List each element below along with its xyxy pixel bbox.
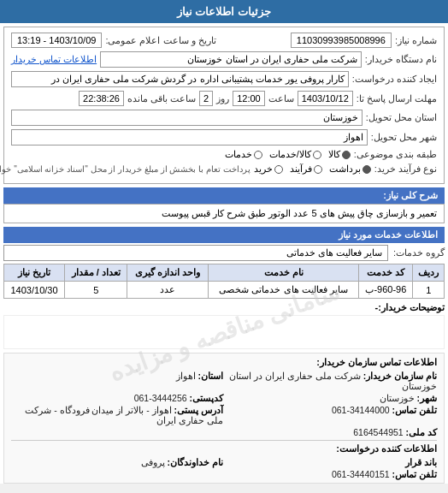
date-label: تاریخ و ساعت اعلام عمومی: (105, 35, 215, 46)
sharh-title: شرح کلی نیاز: (3, 187, 445, 204)
shmare-cell: شماره نیاز: 11030993985008996 (291, 33, 437, 48)
page-container: جزئیات اطلاعات نیاز شماره نیاز: 11030993… (0, 0, 448, 484)
col-tarikh: تاریخ نیاز (4, 264, 65, 282)
contact-postal-value: 3444256-061 (134, 393, 187, 403)
radio-khadamat-label: کالا/خدمات (269, 149, 311, 160)
grooh-value: سایر فعالیت های خدماتی (3, 245, 388, 261)
ostan-label: استان محل تحویل: (366, 112, 437, 123)
sharh-content: تعمیر و بازسازی چاق پیش های 5 عدد الوتور… (3, 204, 445, 223)
grooh-label: گروه خدمات: (393, 247, 445, 258)
contact-ostan-label: استان: (198, 371, 224, 381)
radio-kala-label: کالا (328, 149, 340, 160)
ersal-baghimande: 22:38:26 (79, 91, 124, 106)
roz-label: روز (216, 93, 229, 104)
col-radif: ردیف (413, 264, 445, 282)
col-vahed: واحد اندازه گیری (127, 264, 208, 282)
contact-buyer-title: اطلاعات تماس سازمان خریدار: (11, 357, 437, 368)
contact-requester-grid: باند قرار نام خداوندگان: پروفی تلفن تماس… (11, 457, 437, 479)
ostan-value: خوزستان (11, 110, 363, 126)
requester-khodavand: نام خداوندگان: پروفی (11, 457, 223, 467)
contact-name: نام سازمان خریدار: شرکت ملی حفاری ایران … (225, 371, 437, 391)
radio-kharid-icon (274, 165, 283, 174)
nowfarande-note: پرداخت تعام با بخشش از مبلغ خریدار از مح… (0, 164, 251, 174)
contact-shahr-label: شهر: (417, 393, 438, 403)
ostan-row: استان محل تحویل: خوزستان (11, 110, 437, 126)
radio-khadamat-icon (313, 151, 321, 159)
radio-khadamat2-icon (254, 151, 262, 159)
radio-faranide[interactable]: فرآیند (290, 163, 322, 175)
notes-area: سامانی مناقصه و مزایده (3, 315, 445, 349)
nowfarande-radio-group: برداشت فرآیند خرید (254, 163, 371, 175)
requester-tel: تلفن تماس: 34440151-061 (225, 469, 437, 479)
shmare-label: شماره نیاز: (395, 35, 437, 46)
requester-name: باند قرار (225, 457, 437, 467)
shmare-value: 11030993985008996 (291, 33, 392, 48)
contact-address: آدرس پستی: اهواز - بالاتر از میدان فرودگ… (11, 405, 223, 425)
maghza-link[interactable]: اطلاعات تماس خریدار (11, 54, 97, 65)
col-code: کد خدمت (359, 264, 413, 282)
table-row: 1960-96-بسایر فعالیت های خدماتی شخصیعدد5… (4, 282, 445, 299)
contact-ostan-value: اهواز (176, 371, 196, 381)
page-header: جزئیات اطلاعات نیاز (0, 0, 448, 23)
shahr-value: اهواز (11, 129, 368, 146)
radio-prdakht[interactable]: برداشت (329, 163, 371, 175)
ersal-roz: 2 (199, 91, 213, 106)
contact-code: کد ملی: 6164544951 (225, 427, 437, 437)
contact-divider (11, 440, 437, 441)
radio-prdakht-label: برداشت (329, 163, 361, 175)
contact-requester-title: اطلاعات کننده درخواست: (11, 443, 437, 454)
contact-ostan: استان: اهواز (11, 371, 223, 391)
ersal-saaat: 12:00 (233, 91, 265, 106)
radio-prdakht-icon (363, 165, 371, 174)
cell-name: سایر فعالیت های خدماتی شخصی (208, 282, 359, 299)
radio-kala-icon (342, 151, 351, 159)
maghza-label: نام دستگاه خریدار: (365, 54, 437, 65)
notes-label: توضیحات خریدار:- (3, 302, 445, 313)
maghza-value: شرکت ملی حفاری ایران در استان خوزستان (100, 51, 362, 68)
contact-shahr-value: خوزستان (380, 393, 415, 403)
requester-khodavand-value: پروفی (141, 457, 165, 467)
ijad-row: ایجاد کننده درخواست: کارار پروفی یور خدم… (11, 71, 437, 87)
ersal-row: مهلت ارسال پاسخ تا: 1403/10/12 ساعت 12:0… (11, 91, 437, 106)
requester-khodavand-label: نام خداوندگان: (168, 457, 223, 467)
contact-tel-label: تلفن تماس: (392, 405, 437, 415)
contact-code-value: 6164544951 (353, 427, 403, 437)
khadamat-section-title: اطلاعات خدمات مورد نیاز (3, 227, 445, 243)
ersal-date: 1403/10/12 (298, 91, 353, 106)
contact-tel: تلفن تماس: 34144000-061 (225, 405, 437, 425)
radio-khadamat2-label: خدمات (225, 149, 252, 160)
nowfarande-label: نوع فرآیند خرید: (374, 163, 437, 175)
contact-postal-label: کدپستی: (190, 393, 224, 403)
tabaghe-label: طبقه بندی موضوعی: (354, 149, 437, 160)
cell-tarikh: 1403/10/30 (4, 282, 65, 299)
cell-vahed: عدد (127, 282, 208, 299)
cell-code: 960-96-ب (359, 282, 413, 299)
radio-kala[interactable]: کالا (328, 149, 351, 160)
cell-tedad: 5 (65, 282, 127, 299)
contact-postal: کدپستی: 3444256-061 (11, 393, 223, 403)
contact-section: اطلاعات تماس سازمان خریدار: نام سازمان خ… (3, 353, 445, 484)
maghza-row: نام دستگاه خریدار: شرکت ملی حفاری ایران … (11, 51, 437, 68)
date-value: 1403/10/09 - 13:19 (11, 33, 102, 48)
radio-khadamat[interactable]: کالا/خدمات (269, 149, 321, 160)
requester-tel-label: تلفن تماس: (392, 469, 437, 479)
radio-faranide-label: فرآیند (290, 163, 312, 175)
khadamat-title-text: اطلاعات خدمات مورد نیاز (339, 229, 438, 240)
col-name: نام خدمت (208, 264, 359, 282)
radio-kharid[interactable]: خرید (254, 163, 283, 175)
contact-address-label: آدرس پستی: (174, 405, 223, 415)
header-title: جزئیات اطلاعات نیاز (177, 5, 271, 18)
radio-faranide-icon (314, 165, 322, 174)
khadamat-table: ردیف کد خدمت نام خدمت واحد اندازه گیری ت… (3, 264, 445, 299)
khadamat-section: اطلاعات خدمات مورد نیاز گروه خدمات: سایر… (3, 227, 445, 299)
requester-name-label: باند قرار (405, 457, 437, 467)
contact-shahr: شهر: خوزستان (225, 393, 437, 403)
ijad-label: ایجاد کننده درخواست: (352, 74, 437, 85)
ijad-value: کارار پروفی یور خدمات پشتیبانی اداره در … (11, 71, 349, 87)
cell-radif: 1 (413, 282, 445, 299)
sharh-value: تعمیر و بازسازی چاق پیش های 5 عدد الوتور… (162, 208, 437, 218)
requester-tel-value: 34440151-061 (332, 469, 390, 479)
table-header-row: ردیف کد خدمت نام خدمت واحد اندازه گیری ت… (4, 264, 445, 282)
radio-khadamat2[interactable]: خدمات (225, 149, 262, 160)
tabaghe-radio-group: کالا کالا/خدمات خدمات (225, 149, 351, 160)
